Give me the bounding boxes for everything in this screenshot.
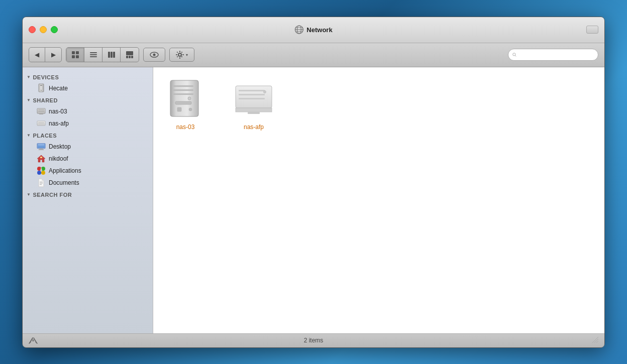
list-view-icon	[89, 51, 97, 59]
minimize-button[interactable]	[40, 26, 47, 33]
svg-rect-45	[38, 144, 45, 147]
places-section-header: ▼ PLACES	[23, 130, 153, 141]
column-view-button[interactable]	[102, 48, 121, 62]
svg-line-74	[36, 342, 37, 343]
statusbar: 2 items	[23, 333, 604, 347]
svg-point-63	[189, 108, 192, 111]
list-view-button[interactable]	[84, 48, 102, 62]
content-area: ▼ DEVICES	[23, 67, 604, 333]
desktop-label: Desktop	[49, 143, 71, 150]
window-title: Network	[306, 26, 332, 34]
nas03-file-label: nas-03	[176, 124, 195, 131]
svg-rect-55	[40, 184, 42, 185]
close-button[interactable]	[29, 26, 36, 33]
forward-button[interactable]: ▶	[45, 48, 61, 62]
svg-rect-27	[181, 52, 183, 53]
svg-point-21	[178, 53, 181, 56]
shared-section-header: ▼ SHARED	[23, 94, 153, 105]
search-input[interactable]	[518, 51, 594, 58]
back-icon: ◀	[35, 51, 39, 58]
tools-icon	[29, 337, 38, 344]
svg-rect-69	[236, 108, 272, 112]
places-header-label: PLACES	[33, 133, 57, 139]
nasafp-file-label: nas-afp	[244, 124, 264, 131]
devices-header-label: DEVICES	[33, 74, 59, 80]
svg-rect-16	[126, 56, 128, 58]
svg-rect-6	[76, 51, 79, 54]
nasafp-server-icon	[234, 82, 274, 117]
svg-point-30	[513, 53, 515, 56]
sidebar-item-desktop[interactable]: Desktop	[23, 141, 153, 153]
svg-rect-18	[131, 56, 133, 58]
svg-point-51	[41, 171, 45, 175]
svg-rect-53	[40, 182, 43, 182]
icon-view-button[interactable]	[66, 48, 84, 62]
svg-marker-46	[37, 155, 45, 162]
window-title-area: Network	[294, 25, 332, 34]
svg-rect-8	[76, 55, 79, 58]
svg-point-48	[37, 167, 41, 171]
sidebar-item-nas03[interactable]: nas-03	[23, 105, 153, 117]
svg-rect-9	[90, 52, 97, 53]
svg-rect-7	[72, 55, 75, 58]
cover-flow-button[interactable]	[121, 48, 139, 62]
file-item-nas03[interactable]: nas-03	[161, 75, 210, 135]
nas03-icon	[37, 107, 46, 116]
svg-rect-33	[40, 85, 42, 86]
resize-grip-icon	[591, 336, 598, 343]
search-box[interactable]	[508, 49, 598, 61]
svg-point-49	[41, 167, 45, 171]
toolbar: ◀ ▶	[23, 43, 604, 67]
svg-rect-62	[177, 107, 181, 111]
svg-rect-28	[177, 56, 178, 58]
places-triangle-icon: ▼	[27, 133, 31, 138]
sidebar-item-hecate[interactable]: Hecate	[23, 82, 153, 94]
maximize-button[interactable]	[51, 26, 58, 33]
searchfor-header-label: SEARCH FOR	[33, 192, 72, 198]
file-item-nasafp[interactable]: nas-afp	[230, 75, 278, 135]
svg-rect-70	[248, 112, 260, 114]
shared-header-label: SHARED	[33, 97, 57, 103]
svg-rect-59	[173, 93, 193, 95]
sidebar-item-applications[interactable]: Applications	[23, 165, 153, 177]
svg-line-77	[594, 339, 598, 343]
sidebar-item-documents[interactable]: Documents	[23, 177, 153, 189]
applications-icon	[37, 166, 46, 175]
nas03-server-icon	[168, 79, 202, 119]
gear-action-button[interactable]: ▾	[169, 48, 194, 62]
home-icon	[37, 154, 46, 163]
svg-point-50	[37, 171, 41, 175]
svg-rect-54	[40, 183, 43, 183]
svg-rect-38	[39, 113, 43, 114]
svg-rect-29	[181, 56, 183, 58]
eye-action-button[interactable]	[143, 48, 165, 62]
resize-button[interactable]	[586, 26, 598, 34]
nas03-file-icon-wrapper	[165, 79, 205, 119]
forward-icon: ▶	[51, 51, 56, 58]
documents-label: Documents	[49, 179, 79, 186]
shared-triangle-icon: ▼	[27, 98, 31, 102]
statusbar-resize	[591, 336, 598, 345]
svg-rect-58	[173, 89, 193, 91]
icon-view-icon	[71, 51, 79, 59]
svg-point-60	[188, 97, 191, 100]
svg-rect-47	[40, 157, 42, 158]
sidebar-item-nasafp[interactable]: nas-afp	[23, 117, 153, 130]
svg-rect-66	[239, 94, 265, 95]
items-count: 2 items	[304, 337, 324, 344]
svg-rect-10	[90, 54, 97, 55]
sidebar-item-home[interactable]: nikdoof	[23, 153, 153, 165]
svg-line-78	[596, 341, 598, 343]
network-globe-icon	[294, 25, 303, 34]
file-view: nas-03	[153, 67, 604, 333]
svg-rect-40	[38, 122, 44, 123]
back-button[interactable]: ◀	[29, 48, 45, 62]
cover-flow-icon	[126, 51, 134, 59]
svg-rect-23	[179, 57, 180, 59]
svg-rect-25	[182, 54, 184, 55]
svg-rect-44	[39, 149, 44, 150]
svg-point-68	[264, 90, 266, 93]
svg-rect-26	[177, 52, 178, 53]
view-button-group	[66, 47, 139, 62]
svg-rect-57	[173, 85, 193, 87]
